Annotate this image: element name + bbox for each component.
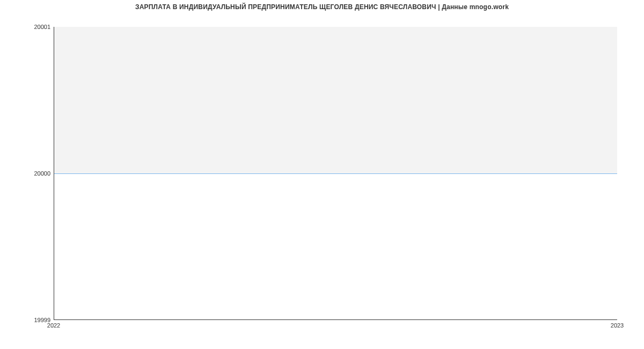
area-fill <box>54 27 617 173</box>
y-tick-bottom: 19999 <box>2 317 50 323</box>
y-tick-top: 20001 <box>2 24 50 30</box>
series-line <box>54 173 617 174</box>
chart-title: ЗАРПЛАТА В ИНДИВИДУАЛЬНЫЙ ПРЕДПРИНИМАТЕЛ… <box>0 3 644 11</box>
x-tick-right: 2023 <box>611 322 624 329</box>
x-tick-left: 2022 <box>47 322 60 329</box>
salary-area-chart: ЗАРПЛАТА В ИНДИВИДУАЛЬНЫЙ ПРЕДПРИНИМАТЕЛ… <box>0 0 644 349</box>
plot-area <box>54 27 617 320</box>
y-tick-mid: 20000 <box>2 170 50 177</box>
